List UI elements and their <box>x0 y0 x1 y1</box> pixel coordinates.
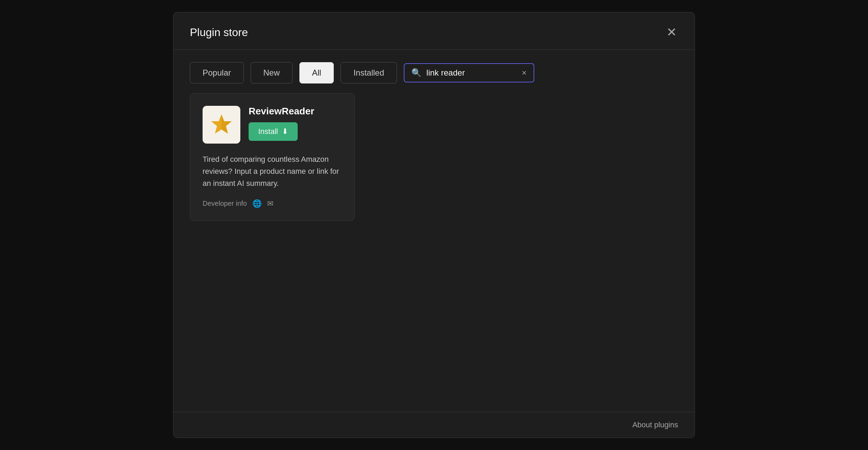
developer-info-label: Developer info <box>203 200 247 207</box>
modal-footer: About plugins <box>173 412 695 438</box>
developer-info-row: Developer info 🌐 ✉ <box>203 199 342 208</box>
email-icon[interactable]: ✉ <box>267 199 273 208</box>
tab-installed[interactable]: Installed <box>341 62 397 83</box>
plugin-icon <box>203 106 240 144</box>
clear-search-button[interactable]: × <box>522 68 527 78</box>
svg-marker-1 <box>221 114 232 134</box>
search-input[interactable] <box>426 68 517 78</box>
modal-overlay: Plugin store ✕ Popular New All Installed… <box>0 0 868 450</box>
plugin-description: Tired of comparing countless Amazon revi… <box>203 153 342 190</box>
tab-all-label: All <box>312 68 321 77</box>
plugin-name: ReviewReader <box>249 106 314 117</box>
about-plugins-link[interactable]: About plugins <box>632 420 678 429</box>
plugin-icon-svg <box>209 112 234 137</box>
modal-title: Plugin store <box>190 26 248 39</box>
tab-new-label: New <box>263 68 280 77</box>
tab-installed-label: Installed <box>353 68 384 77</box>
tab-all[interactable]: All <box>299 62 334 83</box>
modal-header: Plugin store ✕ <box>173 12 695 50</box>
toolbar: Popular New All Installed 🔍 × <box>173 50 695 93</box>
search-container: 🔍 × <box>404 63 534 82</box>
plugin-info: ReviewReader Install ⬇ <box>249 106 314 141</box>
tab-popular-label: Popular <box>203 68 231 77</box>
install-icon: ⬇ <box>282 127 288 136</box>
plugin-card-reviewreader: ReviewReader Install ⬇ Tired of comparin… <box>190 93 355 221</box>
close-icon: ✕ <box>666 26 677 38</box>
close-button[interactable]: ✕ <box>665 25 678 40</box>
tab-new[interactable]: New <box>251 62 293 83</box>
install-label: Install <box>258 127 278 136</box>
clear-icon: × <box>522 68 527 78</box>
plugin-store-modal: Plugin store ✕ Popular New All Installed… <box>173 12 695 438</box>
plugin-header: ReviewReader Install ⬇ <box>203 106 342 144</box>
tab-popular[interactable]: Popular <box>190 62 244 83</box>
install-button[interactable]: Install ⬇ <box>249 122 298 141</box>
globe-icon[interactable]: 🌐 <box>252 199 262 208</box>
search-icon: 🔍 <box>411 68 422 78</box>
plugin-list: ReviewReader Install ⬇ Tired of comparin… <box>173 93 695 412</box>
